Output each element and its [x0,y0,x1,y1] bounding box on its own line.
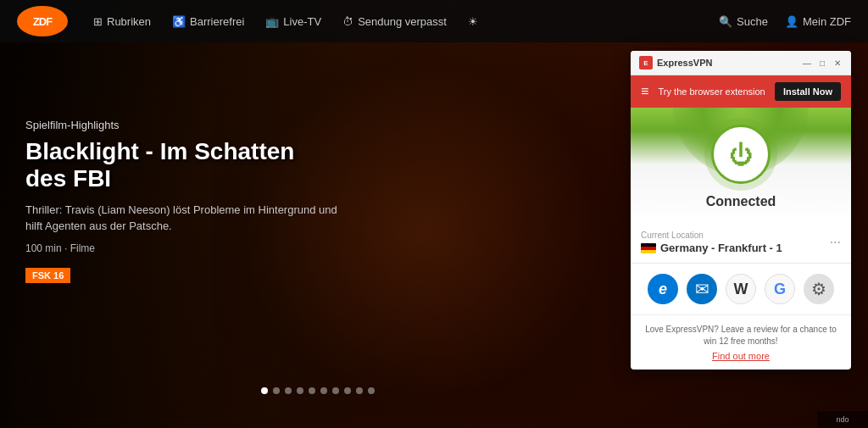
vpn-shortcuts: e ✉ W G ⚙ [631,264,851,315]
livetv-icon: 📺 [265,15,279,28]
vpn-panel: E ExpressVPN — □ ✕ ≡ Try the browser ext… [631,51,851,370]
zdf-logo[interactable]: ZDF [17,6,68,36]
vpn-logo: E [639,56,653,69]
nav-barrierefrei[interactable]: ♿ Barrierefrei [172,15,244,28]
edge-shortcut[interactable]: e [648,274,678,304]
dot-2[interactable] [273,387,280,394]
dot-4[interactable] [297,387,303,394]
settings-icon: ⚙ [811,279,826,299]
dot-7[interactable] [332,387,339,394]
dot-9[interactable] [356,387,363,394]
nav-sendung-verpasst[interactable]: ⏱ Sendung verpasst [342,15,447,28]
movie-title-line2: des FBI [25,165,111,192]
nav-brightness[interactable]: ☀ [468,15,478,28]
nav-mein-zdf[interactable]: 👤 Mein ZDF [785,15,851,28]
zdf-logo-text: ZDF [33,15,52,28]
brightness-icon: ☀ [468,15,478,28]
google-icon: G [774,281,786,298]
movie-title: Blacklight - Im Schatten des FBI [25,138,348,192]
search-icon: 🔍 [719,15,732,28]
livetv-label: Live-TV [283,15,321,28]
vpn-window-controls: — □ ✕ [802,58,843,68]
vpn-app-title: ExpressVPN [657,58,712,68]
nav-suche[interactable]: 🔍 Suche [719,15,768,28]
rubriken-icon: ⊞ [93,15,103,28]
movie-description: Thriller: Travis (Liam Neeson) löst Prob… [25,203,348,233]
mail-icon: ✉ [695,279,709,299]
dot-3[interactable] [285,387,292,394]
location-info: Current Location Germany - Frankfurt - 1 [641,231,782,254]
location-options-button[interactable]: ··· [830,235,841,250]
minimize-button[interactable]: — [802,58,812,68]
location-label: Current Location [641,231,782,240]
nav-rubriken[interactable]: ⊞ Rubriken [93,15,151,28]
power-button[interactable]: ⏻ [711,125,771,184]
location-country: Germany - Frankfurt - 1 [660,242,782,254]
nav-items: ⊞ Rubriken ♿ Barrierefrei 📺 Live-TV ⏱ Se… [93,15,693,28]
movie-content: Spielfilm-Highlights Blacklight - Im Sch… [25,119,348,283]
user-icon: 👤 [785,15,798,28]
wikipedia-shortcut[interactable]: W [726,274,756,304]
install-now-button[interactable]: Install Now [775,82,841,101]
dot-8[interactable] [344,387,351,394]
close-button[interactable]: ✕ [832,58,843,68]
barrierefrei-icon: ♿ [172,15,186,28]
hamburger-menu-icon[interactable]: ≡ [641,84,648,99]
wikipedia-icon: W [734,281,748,298]
dot-6[interactable] [320,387,327,394]
rubriken-label: Rubriken [107,15,151,28]
settings-shortcut[interactable]: ⚙ [804,274,834,304]
movie-title-line1: Blacklight - Im Schatten [25,138,294,164]
google-shortcut[interactable]: G [765,274,795,304]
dot-1[interactable] [261,387,268,394]
dot-10[interactable] [368,387,375,394]
edge-icon: e [659,281,667,298]
mein-zdf-label: Mein ZDF [803,15,851,28]
dot-5[interactable] [309,387,315,394]
vpn-toolbar: ≡ Try the browser extension Install Now [631,75,851,108]
location-name: Germany - Frankfurt - 1 [641,242,782,254]
vpn-status: Connected [643,194,838,209]
clock-icon: ⏱ [342,15,353,28]
barrierefrei-label: Barrierefrei [190,15,244,28]
sendung-label: Sendung verpasst [358,15,447,28]
vpn-connected-area: ⏻ Connected [631,108,851,222]
movie-meta: 100 min · Filme [25,242,348,254]
power-icon: ⏻ [729,141,753,169]
fsk-badge: FSK 16 [25,268,70,283]
maximize-button[interactable]: □ [817,58,827,68]
movie-category: Spielfilm-Highlights [25,119,348,131]
nav-livetv[interactable]: 📺 Live-TV [265,15,321,28]
mail-shortcut[interactable]: ✉ [687,274,717,304]
promo-text: Love ExpressVPN? Leave a review for a ch… [643,324,838,347]
vpn-title-area: E ExpressVPN [639,56,712,69]
browser-ext-label: Try the browser extension [659,86,765,97]
zdf-header: ZDF ⊞ Rubriken ♿ Barrierefrei 📺 Live-TV … [0,0,868,42]
carousel-dots [0,387,636,394]
vpn-location: Current Location Germany - Frankfurt - 1… [631,222,851,264]
find-out-more-link[interactable]: Find out more [643,351,838,361]
windows-taskbar-hint: ndo [817,411,868,428]
vpn-promo: Love ExpressVPN? Leave a review for a ch… [631,315,851,370]
german-flag [641,243,656,253]
suche-label: Suche [737,15,768,28]
nav-right: 🔍 Suche 👤 Mein ZDF [719,15,851,28]
vpn-titlebar: E ExpressVPN — □ ✕ [631,51,851,75]
